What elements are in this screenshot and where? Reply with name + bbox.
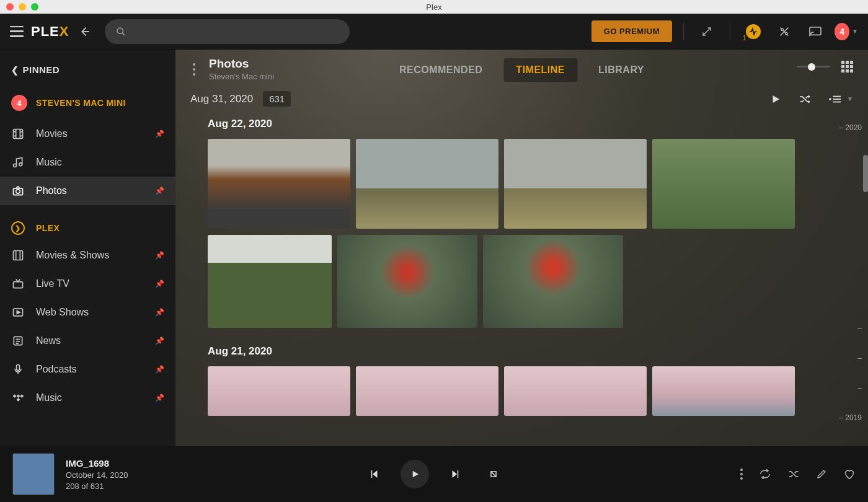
svg-rect-26 [17, 365, 20, 371]
filter-date[interactable]: Aug 31, 2020 [190, 93, 253, 105]
photo-thumbnail[interactable] [208, 139, 350, 229]
svg-point-3 [786, 32, 787, 34]
photo-thumbnail[interactable] [356, 139, 498, 229]
sidebar-item-photos[interactable]: Photos 📌 [0, 177, 175, 205]
plex-chevron-icon: ❯ [11, 221, 25, 235]
date-heading: Aug 21, 2020 [208, 345, 843, 358]
pin-icon[interactable]: 📌 [155, 365, 164, 374]
stop-button[interactable] [481, 462, 506, 487]
pin-icon[interactable]: 📌 [155, 187, 164, 195]
photo-thumbnail[interactable] [337, 235, 477, 328]
svg-line-43 [491, 472, 496, 477]
sidebar-item-label: Web Shows [36, 307, 89, 318]
chevron-left-icon: ❮ [11, 65, 19, 75]
sidebar-item-news[interactable]: News 📌 [0, 327, 175, 355]
pin-icon[interactable]: 📌 [155, 394, 164, 402]
svg-rect-5 [14, 130, 23, 139]
logo-x: X [60, 24, 69, 40]
server-badge: 4 [11, 95, 27, 111]
search-input[interactable] [105, 19, 350, 44]
tab-timeline[interactable]: TIMELINE [503, 58, 577, 82]
play-button[interactable] [401, 460, 429, 488]
svg-rect-30 [16, 398, 20, 402]
shuffle-button[interactable] [799, 93, 811, 105]
svg-point-12 [14, 164, 17, 167]
tab-recommended[interactable]: RECOMMENDED [387, 58, 495, 82]
settings-icon[interactable] [773, 25, 796, 38]
pin-icon[interactable]: 📌 [155, 337, 164, 345]
timeline-scrubber[interactable]: – 2020 – – – – 2019 [839, 118, 862, 446]
page-subtitle: Steven's Mac mini [209, 72, 274, 81]
now-playing-date: October 14, 2020 [66, 470, 128, 480]
photo-thumbnail[interactable] [356, 366, 498, 416]
svg-rect-41 [458, 470, 459, 478]
photo-timeline[interactable]: Aug 22, 2020 Aug 21, 2020 [175, 118, 868, 446]
photo-thumbnail[interactable] [208, 235, 332, 328]
now-playing-position: 208 of 631 [66, 482, 128, 491]
activity-icon[interactable]: 1 [742, 24, 765, 39]
sidebar-item-movies[interactable]: Movies 📌 [0, 120, 175, 148]
search-field[interactable] [132, 27, 339, 37]
view-tabs: RECOMMENDED TIMELINE LIBRARY [387, 58, 657, 82]
more-options-button[interactable] [740, 469, 743, 480]
svg-point-2 [781, 29, 783, 30]
sidebar-item-music[interactable]: Music [0, 148, 175, 177]
sidebar-item-live-tv[interactable]: Live TV 📌 [0, 270, 175, 298]
photo-thumbnail[interactable] [652, 139, 795, 229]
photo-thumbnail[interactable] [652, 366, 795, 416]
now-playing-meta: IMG_1698 October 14, 2020 208 of 631 [66, 458, 128, 491]
cast-icon[interactable] [804, 26, 827, 37]
play-all-button[interactable] [770, 94, 781, 105]
zoom-slider[interactable] [797, 66, 830, 68]
favorite-button[interactable] [843, 469, 856, 480]
photo-thumbnail[interactable] [504, 366, 647, 416]
add-to-playlist-button[interactable]: ▼ [828, 94, 853, 105]
sidebar-item-movies-shows[interactable]: Movies & Shows 📌 [0, 241, 175, 270]
tick-mark: – [857, 384, 862, 392]
shuffle-button[interactable] [787, 468, 800, 480]
back-button[interactable] [79, 26, 90, 37]
now-playing-thumbnail[interactable] [12, 453, 55, 495]
plex-section-header[interactable]: ❯ PLEX [0, 213, 175, 241]
tab-library[interactable]: LIBRARY [586, 58, 657, 82]
fullscreen-icon[interactable] [695, 26, 719, 37]
edit-button[interactable] [816, 469, 827, 480]
svg-marker-21 [17, 311, 20, 314]
photo-thumbnail[interactable] [504, 139, 647, 229]
sidebar-item-podcasts[interactable]: Podcasts 📌 [0, 355, 175, 384]
pin-icon[interactable]: 📌 [155, 130, 164, 138]
sidebar-item-label: News [36, 335, 61, 346]
server-row[interactable]: 4 STEVEN'S MAC MINI [0, 86, 175, 120]
svg-point-13 [19, 163, 22, 166]
chevron-down-icon: ▼ [852, 28, 858, 35]
date-group: Aug 21, 2020 [208, 345, 843, 416]
logo-text: PLE [31, 24, 60, 40]
pin-icon[interactable]: 📌 [155, 251, 164, 260]
year-mark-top: – 2020 [839, 124, 862, 131]
go-premium-button[interactable]: GO PREMIUM [591, 20, 672, 42]
plex-logo[interactable]: PLEX [31, 24, 69, 40]
sidebar-item-web-shows[interactable]: Web Shows 📌 [0, 298, 175, 327]
user-menu[interactable]: 4 ▼ [835, 23, 858, 40]
pin-icon[interactable]: 📌 [155, 280, 164, 288]
pinned-header[interactable]: ❮ PINNED [0, 58, 175, 86]
next-button[interactable] [443, 462, 467, 487]
pin-icon[interactable]: 📌 [155, 308, 164, 317]
menu-icon[interactable] [10, 26, 24, 37]
context-menu-button[interactable] [190, 61, 198, 78]
svg-marker-37 [373, 470, 378, 478]
previous-button[interactable] [362, 462, 387, 487]
svg-rect-4 [810, 27, 821, 35]
repeat-button[interactable] [759, 469, 771, 479]
sidebar-item-plex-music[interactable]: Music 📌 [0, 384, 175, 412]
svg-marker-40 [453, 470, 458, 478]
pinned-label: PINNED [23, 64, 60, 75]
now-playing-title[interactable]: IMG_1698 [66, 458, 128, 469]
filter-count: 631 [263, 91, 291, 107]
playback-controls [362, 460, 506, 488]
photo-thumbnail[interactable] [483, 235, 623, 328]
scrollbar-thumb[interactable] [863, 155, 868, 192]
photo-thumbnail[interactable] [208, 366, 350, 416]
sidebar-item-label: Music [36, 157, 62, 168]
grid-view-icon[interactable] [841, 61, 853, 73]
